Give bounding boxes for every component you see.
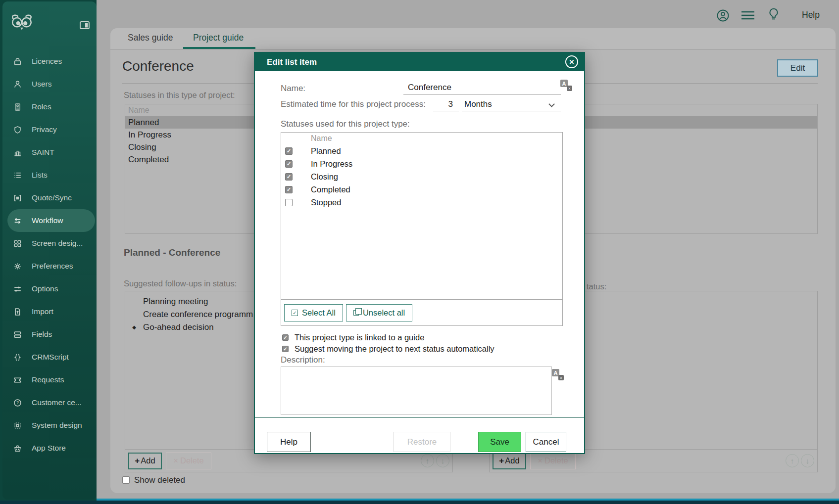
move-down-icon[interactable]: ↓ bbox=[436, 454, 449, 467]
status-checkbox[interactable] bbox=[285, 160, 293, 168]
sidebar-item-users[interactable]: Users bbox=[2, 73, 97, 95]
sidebar-item-quote-sync[interactable]: Quote/Sync bbox=[2, 186, 97, 209]
sync-icon bbox=[12, 193, 22, 203]
sidebar-item-screen-desig[interactable]: Screen desig... bbox=[2, 232, 97, 255]
move-up-icon[interactable]: ↑ bbox=[421, 454, 434, 467]
description-textarea[interactable] bbox=[281, 367, 552, 415]
time-value-input[interactable]: 3 bbox=[433, 98, 459, 111]
sidebar-item-label: Lists bbox=[32, 171, 48, 180]
sidebar-item-saint[interactable]: SAINT bbox=[2, 141, 97, 164]
sidebar-item-label: System design bbox=[32, 421, 82, 430]
store-icon bbox=[12, 443, 22, 453]
sidebar-item-roles[interactable]: Roles bbox=[2, 95, 97, 118]
menu-icon[interactable] bbox=[741, 10, 755, 22]
translate-icon[interactable]: A x bbox=[552, 369, 564, 380]
cancel-button[interactable]: Cancel bbox=[526, 432, 566, 452]
sidebar-item-system-design[interactable]: System design bbox=[2, 414, 97, 437]
lightbulb-icon[interactable] bbox=[767, 7, 780, 24]
time-unit-select[interactable]: Months bbox=[462, 98, 561, 111]
sidebar-item-label: Quote/Sync bbox=[32, 193, 72, 202]
dialog-title: Edit list item bbox=[267, 53, 317, 71]
section-heading: Planned - Conference bbox=[124, 247, 220, 258]
name-input[interactable]: Conference bbox=[403, 82, 561, 94]
owl-logo-icon bbox=[9, 13, 34, 37]
sidebar-item-label: CRMScript bbox=[32, 353, 69, 362]
sidebar-item-label: Workflow bbox=[32, 216, 63, 225]
close-icon[interactable]: ✕ bbox=[565, 55, 578, 68]
checklist-row-completed[interactable]: Completed bbox=[281, 183, 562, 196]
sidebar-item-options[interactable]: Options bbox=[2, 277, 97, 300]
help-button[interactable]: Help bbox=[267, 432, 311, 452]
followup-label: Planning meeting bbox=[143, 295, 208, 308]
right-followups-label-clipped: tatus: bbox=[587, 282, 606, 291]
suggest-moving-label: Suggest moving the project to next statu… bbox=[295, 344, 494, 354]
ticket-icon bbox=[12, 375, 22, 385]
sidebar-item-label: Licences bbox=[32, 57, 62, 66]
sidebar-item-customer-ce[interactable]: ?Customer ce... bbox=[2, 391, 97, 414]
checklist-row-planned[interactable]: Planned bbox=[281, 144, 562, 157]
status-label: Closing bbox=[311, 172, 338, 182]
status-checkbox[interactable] bbox=[285, 147, 293, 155]
select-all-button[interactable]: ✓ Select All bbox=[284, 304, 343, 321]
sidebar-item-import[interactable]: Import bbox=[2, 300, 97, 323]
add-followup-button-right[interactable]: + Add bbox=[493, 453, 526, 469]
sidebar-item-workflow[interactable]: Workflow bbox=[7, 209, 95, 232]
page-title: Conference bbox=[122, 58, 194, 74]
restore-button[interactable]: Restore bbox=[394, 432, 450, 452]
sidebar-item-licences[interactable]: Licences bbox=[2, 50, 97, 73]
status-checklist: Name PlannedIn ProgressClosingCompletedS… bbox=[281, 132, 563, 326]
sidebar-item-preferences[interactable]: Preferences bbox=[2, 255, 97, 277]
checklist-row-stopped[interactable]: Stopped bbox=[281, 196, 562, 209]
status-checkbox[interactable] bbox=[285, 173, 293, 181]
show-deleted-checkbox[interactable] bbox=[122, 476, 130, 484]
tab-sales-guide[interactable]: Sales guide bbox=[128, 33, 173, 43]
shield-icon bbox=[12, 125, 22, 135]
suggest-moving-checkbox[interactable] bbox=[282, 346, 289, 352]
followup-label: Create conference programm bbox=[143, 308, 253, 321]
edit-button[interactable]: Edit bbox=[777, 59, 818, 77]
sidebar-item-fields[interactable]: Fields bbox=[2, 323, 97, 346]
sidebar-item-label: Privacy bbox=[32, 125, 57, 134]
sliders-icon bbox=[12, 284, 22, 294]
linked-to-guide-checkbox[interactable] bbox=[282, 334, 289, 341]
sidebar-item-label: Import bbox=[32, 307, 53, 316]
sidebar-item-app-store[interactable]: App Store bbox=[2, 437, 97, 459]
sidebar: LicencesUsersRolesPrivacySAINTListsQuote… bbox=[2, 1, 97, 500]
add-followup-button[interactable]: + Add bbox=[128, 453, 162, 469]
import-icon bbox=[12, 307, 22, 317]
checklist-row-in-progress[interactable]: In Progress bbox=[281, 157, 562, 170]
svg-text:?: ? bbox=[16, 400, 19, 405]
checklist-row-closing[interactable]: Closing bbox=[281, 170, 562, 183]
save-button[interactable]: Save bbox=[478, 432, 521, 452]
status-checkbox[interactable] bbox=[285, 199, 293, 206]
status-label: Planned bbox=[311, 146, 341, 156]
move-down-icon[interactable]: ↓ bbox=[801, 454, 814, 467]
chart-icon bbox=[12, 147, 22, 157]
followup-label: Go-ahead decision bbox=[143, 321, 214, 334]
sidebar-item-label: Preferences bbox=[32, 262, 73, 271]
delete-followup-button-right[interactable]: × Delete bbox=[530, 453, 576, 469]
sidebar-item-label: Customer ce... bbox=[32, 398, 82, 407]
status-checkbox[interactable] bbox=[285, 186, 293, 193]
sidebar-item-label: Screen desig... bbox=[32, 239, 83, 248]
sidebar-item-label: Options bbox=[32, 284, 58, 293]
translate-icon[interactable]: A x bbox=[560, 80, 572, 91]
sidebar-item-requests[interactable]: Requests bbox=[2, 368, 97, 391]
select-all-icon: ✓ bbox=[292, 310, 298, 316]
sidebar-item-crmscript[interactable]: CRMScript bbox=[2, 346, 97, 368]
tab-project-guide[interactable]: Project guide bbox=[193, 33, 244, 43]
estimated-time-label: Estimated time for this project process: bbox=[281, 99, 426, 109]
delete-followup-button[interactable]: × Delete bbox=[166, 453, 211, 469]
active-tab-underline bbox=[183, 47, 255, 49]
collapse-sidebar-icon[interactable] bbox=[80, 21, 90, 31]
sidebar-item-lists[interactable]: Lists bbox=[2, 164, 97, 186]
unselect-all-button[interactable]: Unselect all bbox=[346, 304, 412, 321]
user-profile-icon[interactable] bbox=[716, 9, 730, 24]
help-link[interactable]: Help bbox=[802, 10, 820, 20]
sidebar-item-privacy[interactable]: Privacy bbox=[2, 118, 97, 141]
move-up-icon[interactable]: ↑ bbox=[786, 454, 799, 467]
sidebar-item-label: SAINT bbox=[32, 148, 54, 157]
badge-icon bbox=[12, 102, 22, 112]
x-icon: × bbox=[538, 456, 543, 465]
status-label: In Progress bbox=[311, 159, 352, 169]
